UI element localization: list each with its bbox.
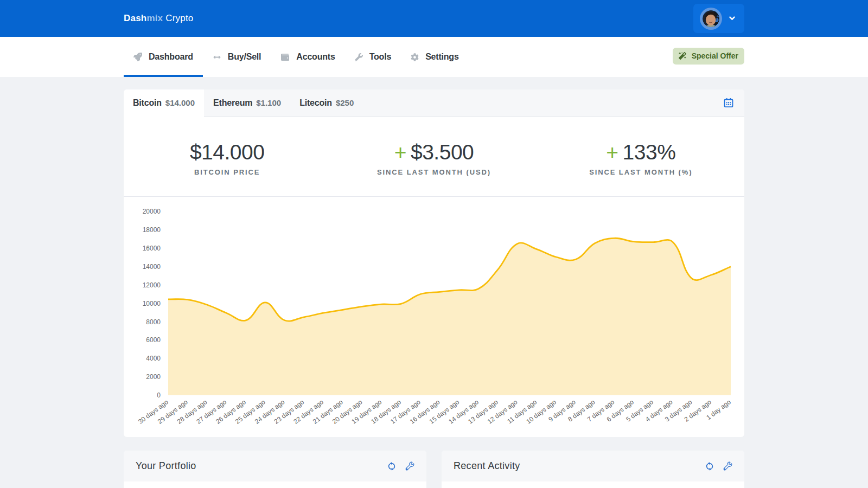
svg-text:14000: 14000 [143,263,161,271]
svg-text:4000: 4000 [146,355,161,362]
svg-text:18000: 18000 [143,226,161,234]
svg-text:6000: 6000 [146,336,161,344]
svg-text:0: 0 [157,391,161,399]
svg-text:16000: 16000 [143,245,161,252]
svg-text:20000: 20000 [143,208,161,215]
svg-text:2000: 2000 [146,373,161,381]
svg-text:8000: 8000 [146,318,161,326]
svg-text:12000: 12000 [143,281,161,289]
svg-text:10000: 10000 [143,300,161,307]
